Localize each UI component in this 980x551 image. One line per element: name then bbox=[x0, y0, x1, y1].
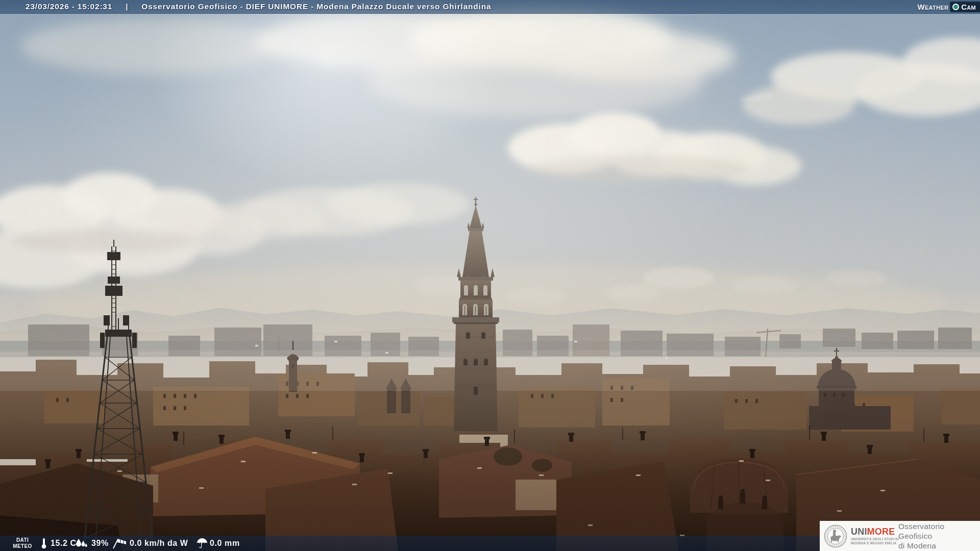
top-status-bar: 23/03/2026 - 15:02:31 | Osservatorio Geo… bbox=[0, 0, 980, 14]
meteo-label-line1: DATI bbox=[11, 537, 34, 543]
camera-title: Osservatorio Geofisico - DIEF UNIMORE - … bbox=[141, 2, 491, 11]
webcam-photo bbox=[0, 0, 980, 551]
separator: | bbox=[126, 2, 128, 11]
weathercam-weather-text: Weather bbox=[917, 3, 948, 11]
weathercam-cam-badge: Cam bbox=[950, 2, 980, 12]
datetime-text: 23/03/2026 - 15:02:31 bbox=[26, 2, 112, 11]
weathercam-cam-text: Cam bbox=[961, 3, 976, 11]
thermometer-icon bbox=[41, 538, 47, 549]
university-line1: UNIVERSITÀ DEGLI STUDI DI bbox=[851, 537, 895, 541]
rain-value: 0.0 mm bbox=[210, 536, 240, 551]
meteo-label: DATI METEO bbox=[11, 537, 34, 549]
temperature-value: 15.2 C bbox=[51, 536, 77, 551]
unimore-wordmark: UNIMORE UNIVERSITÀ DEGLI STUDI DI MODENA… bbox=[851, 527, 895, 545]
unimore-uni-text: UNI bbox=[851, 527, 867, 537]
weathercam-logo: Weather Cam bbox=[917, 1, 980, 12]
observatory-name: Osservatorio Geofisico di Modena bbox=[898, 521, 980, 550]
observatory-line2: di Modena bbox=[898, 541, 980, 550]
windsock-icon bbox=[111, 538, 127, 549]
modena-skyline-scene bbox=[0, 0, 980, 551]
webcam-view: 23/03/2026 - 15:02:31 | Osservatorio Geo… bbox=[0, 0, 980, 551]
observatory-line1: Osservatorio Geofisico bbox=[898, 521, 980, 541]
university-line2: MODENA E REGGIO EMILIA bbox=[851, 541, 895, 545]
humidity-value: 39% bbox=[91, 536, 109, 551]
unimore-seal-icon bbox=[824, 524, 847, 548]
unimore-more-text: MORE bbox=[867, 527, 895, 537]
meteo-label-line2: METEO bbox=[11, 543, 34, 549]
camera-lens-icon bbox=[952, 4, 959, 10]
unimore-branding-box: UNIMORE UNIVERSITÀ DEGLI STUDI DI MODENA… bbox=[820, 521, 980, 551]
wind-value: 0.0 km/h da W bbox=[130, 536, 188, 551]
humidity-icon bbox=[75, 538, 88, 549]
rain-umbrella-icon bbox=[196, 538, 208, 549]
